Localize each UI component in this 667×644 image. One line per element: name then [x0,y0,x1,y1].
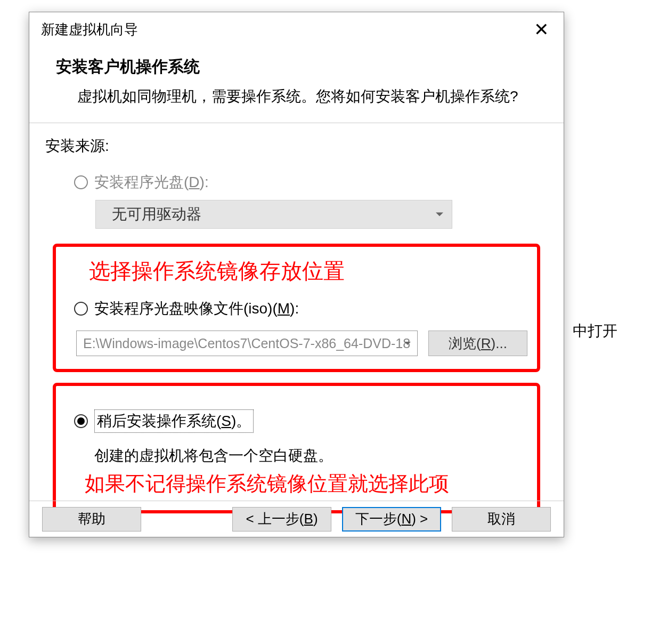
radio-disc[interactable] [74,175,88,189]
option-later-desc: 创建的虚拟机将包含一个空白硬盘。 [66,446,527,466]
option-later-label: 稍后安装操作系统(S)。 [94,409,254,433]
disc-dropdown[interactable]: 无可用驱动器 [95,200,452,229]
content-area: 安装来源: 安装程序光盘(D): 无可用驱动器 选择操作系统镜像存放位置 安装程… [29,123,564,525]
radio-later[interactable] [74,414,88,428]
option-iso-label: 安装程序光盘映像文件(iso)(M): [94,299,299,319]
cancel-button[interactable]: 取消 [452,507,551,532]
annotation-box-later: 稍后安装操作系统(S)。 创建的虚拟机将包含一个空白硬盘。 如果不记得操作系统镜… [53,383,540,513]
header-section: 安装客户机操作系统 虚拟机如同物理机，需要操作系统。您将如何安装客户机操作系统? [29,44,564,123]
radio-iso[interactable] [74,302,88,316]
iso-input-row: E:\Windows-image\Centos7\CentOS-7-x86_64… [66,331,527,356]
option-disc-row: 安装程序光盘(D): [45,172,548,192]
dialog-title: 新建虚拟机向导 [41,20,138,39]
header-title: 安装客户机操作系统 [56,56,542,78]
option-disc-label: 安装程序光盘(D): [94,172,209,192]
browse-button[interactable]: 浏览(R)... [428,331,527,356]
option-iso-row: 安装程序光盘映像文件(iso)(M): [66,299,527,319]
option-later-row: 稍后安装操作系统(S)。 [66,409,527,433]
annotation-text-1: 选择操作系统镜像存放位置 [66,256,527,286]
button-bar: 帮助 < 上一步(B) 下一步(N) > 取消 [29,501,564,537]
back-button[interactable]: < 上一步(B) [232,507,331,532]
disc-dropdown-text: 无可用驱动器 [112,204,201,224]
next-button[interactable]: 下一步(N) > [342,507,441,532]
help-button[interactable]: 帮助 [42,507,141,532]
annotation-box-iso: 选择操作系统镜像存放位置 安装程序光盘映像文件(iso)(M): E:\Wind… [53,244,540,372]
header-desc: 虚拟机如同物理机，需要操作系统。您将如何安装客户机操作系统? [56,86,542,107]
close-button[interactable]: ✕ [531,20,552,38]
titlebar: 新建虚拟机向导 ✕ [29,12,564,44]
iso-path-dropdown[interactable]: E:\Windows-image\Centos7\CentOS-7-x86_64… [76,331,418,356]
outside-text: 中打开 [573,321,617,341]
annotation-text-2: 如果不记得操作系统镜像位置就选择此项 [66,470,527,497]
iso-path-text: E:\Windows-image\Centos7\CentOS-7-x86_64… [83,336,410,351]
wizard-dialog: 新建虚拟机向导 ✕ 安装客户机操作系统 虚拟机如同物理机，需要操作系统。您将如何… [29,12,564,537]
chevron-down-icon [436,213,443,216]
chevron-down-icon [404,342,411,345]
source-label: 安装来源: [45,136,548,156]
